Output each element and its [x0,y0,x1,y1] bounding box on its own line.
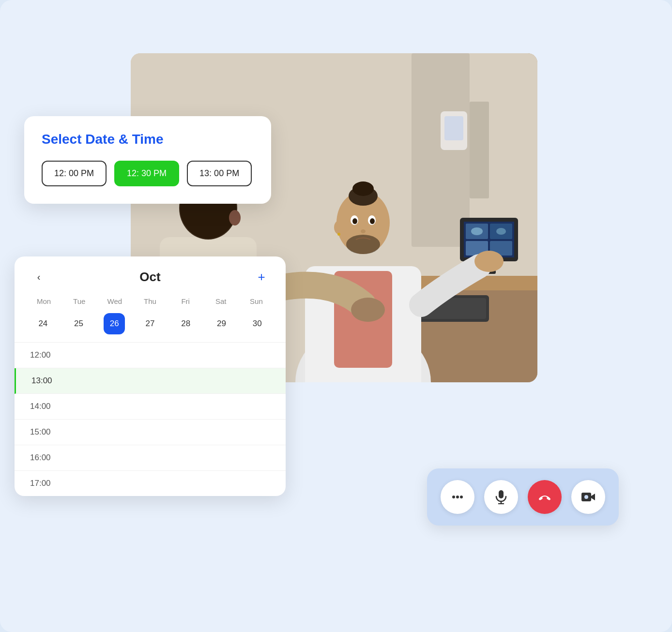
time-option-3[interactable]: 13: 00 PM [187,161,252,186]
calendar-day-27[interactable]: 27 [139,313,161,334]
time-buttons-container: 12: 00 PM 12: 30 PM 13: 00 PM [42,161,254,186]
time-item-1400[interactable]: 14:00 [15,394,286,420]
weekday-sun: Sun [239,295,274,307]
calendar-month-label: Oct [139,270,160,285]
svg-point-41 [460,496,463,498]
time-item-1300[interactable]: 13:00 [15,368,286,394]
more-options-icon [451,490,464,504]
calendar-day-28[interactable]: 28 [175,313,197,334]
svg-point-31 [334,221,344,234]
svg-point-37 [229,210,241,226]
weekday-fri: Fri [168,295,203,307]
svg-rect-4 [444,116,463,140]
select-datetime-card: Select Date & Time 12: 00 PM 12: 30 PM 1… [24,116,271,204]
svg-point-27 [352,218,357,224]
microphone-button[interactable] [484,480,518,514]
svg-point-24 [352,181,374,196]
svg-point-28 [370,218,375,224]
time-item-1600[interactable]: 16:00 [15,445,286,471]
svg-point-46 [584,495,588,499]
page-background: Select Date & Time 12: 00 PM 12: 30 PM 1… [0,0,672,632]
svg-point-38 [351,298,385,322]
calendar-days-grid: 24 25 26 27 28 29 30 [15,313,286,342]
svg-point-39 [452,496,455,498]
microphone-icon [494,490,508,504]
end-call-icon [537,489,552,505]
calendar-prev-button[interactable]: ‹ [30,268,47,286]
camera-icon [581,491,596,503]
svg-point-13 [471,227,483,235]
svg-point-33 [474,251,504,272]
svg-point-29 [361,229,366,233]
time-item-1700[interactable]: 17:00 [15,471,286,496]
svg-point-14 [496,228,506,235]
calendar-day-30[interactable]: 30 [246,313,268,334]
time-option-2[interactable]: 12: 30 PM [114,161,179,186]
calendar-add-button[interactable]: + [253,268,270,286]
weekday-sat: Sat [203,295,239,307]
calendar-header: ‹ Oct + [15,256,286,295]
time-option-1[interactable]: 12: 00 PM [42,161,107,186]
end-call-button[interactable] [528,480,562,514]
weekday-thu: Thu [132,295,168,307]
time-list: 12:00 13:00 14:00 15:00 16:00 17:00 [15,343,286,496]
video-controls [427,468,619,526]
weekday-mon: Mon [26,295,61,307]
time-item-1500[interactable]: 15:00 [15,420,286,445]
time-item-1200[interactable]: 12:00 [15,343,286,368]
calendar-day-24[interactable]: 24 [32,313,54,334]
svg-rect-42 [499,490,504,498]
svg-rect-2 [470,102,489,198]
calendar-day-26[interactable]: 26 [104,313,125,334]
svg-point-40 [456,496,459,498]
card-title: Select Date & Time [42,132,254,147]
calendar-day-25[interactable]: 25 [68,313,90,334]
svg-point-32 [337,233,340,236]
camera-button[interactable] [571,480,605,514]
weekday-wed: Wed [97,295,132,307]
calendar-card: ‹ Oct + Mon Tue Wed Thu Fri Sat Sun 24 2… [15,256,286,496]
calendar-day-29[interactable]: 29 [211,313,232,334]
weekday-tue: Tue [61,295,97,307]
more-options-button[interactable] [441,480,474,514]
calendar-weekdays: Mon Tue Wed Thu Fri Sat Sun [15,295,286,307]
